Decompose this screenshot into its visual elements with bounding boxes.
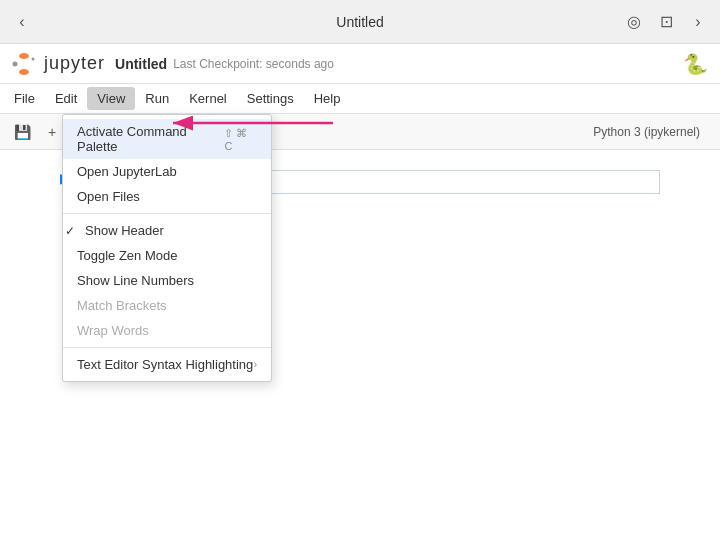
menu-activate-command-palette[interactable]: Activate Command Palette ⇧ ⌘ C	[63, 119, 271, 159]
menu-item-label: Activate Command Palette	[77, 124, 224, 154]
svg-point-3	[32, 57, 35, 60]
menu-view[interactable]: View	[87, 87, 135, 110]
menu-item-label: Open JupyterLab	[77, 164, 177, 179]
menu-open-jupyterlab[interactable]: Open JupyterLab	[63, 159, 271, 184]
menu-item-label: Open Files	[77, 189, 140, 204]
circle-icon[interactable]: ◎	[622, 10, 646, 34]
menu-open-files[interactable]: Open Files	[63, 184, 271, 209]
title-bar-controls: ‹	[0, 10, 34, 34]
menu-kernel[interactable]: Kernel	[179, 87, 237, 110]
back-icon[interactable]: ‹	[10, 10, 34, 34]
menu-show-header[interactable]: ✓ Show Header	[63, 218, 271, 243]
menu-file[interactable]: File	[4, 87, 45, 110]
title-bar: ‹ Untitled ◎ ⊡ ›	[0, 0, 720, 44]
jupyter-bar: jupyter Untitled Last Checkpoint: second…	[0, 44, 720, 84]
svg-point-0	[19, 53, 29, 59]
menu-show-line-numbers[interactable]: Show Line Numbers	[63, 268, 271, 293]
menu-wrap-words: Wrap Words	[63, 318, 271, 343]
title-bar-right-icons: ◎ ⊡ ›	[622, 10, 720, 34]
square-icon[interactable]: ⊡	[654, 10, 678, 34]
jupyter-logo-text: jupyter	[44, 53, 105, 74]
checkmark-icon: ✓	[65, 224, 75, 238]
menu-bar: File Edit View Run Kernel Settings Help	[0, 84, 720, 114]
menu-text-editor-syntax[interactable]: Text Editor Syntax Highlighting ›	[63, 352, 271, 377]
notebook-title[interactable]: Untitled	[115, 56, 167, 72]
menu-item-label: Toggle Zen Mode	[77, 248, 177, 263]
menu-run[interactable]: Run	[135, 87, 179, 110]
view-dropdown-menu: Activate Command Palette ⇧ ⌘ C Open Jupy…	[62, 114, 272, 382]
python-icon: 🐍	[683, 52, 708, 76]
menu-item-shortcut: ⇧ ⌘ C	[224, 127, 257, 152]
jupyter-logo-icon	[10, 50, 38, 78]
menu-item-label: Text Editor Syntax Highlighting	[77, 357, 253, 372]
jupyter-logo: jupyter	[10, 50, 105, 78]
menu-item-label: Match Brackets	[77, 298, 167, 313]
menu-item-label: Show Header	[77, 223, 164, 238]
menu-toggle-zen-mode[interactable]: Toggle Zen Mode	[63, 243, 271, 268]
kernel-indicator: Python 3 (ipykernel)	[593, 125, 700, 139]
menu-item-label: Show Line Numbers	[77, 273, 194, 288]
checkpoint-text: Last Checkpoint: seconds ago	[173, 57, 334, 71]
window-title: Untitled	[336, 14, 383, 30]
separator2	[63, 347, 271, 348]
save-button[interactable]: 💾	[8, 119, 36, 145]
menu-settings[interactable]: Settings	[237, 87, 304, 110]
menu-item-label: Wrap Words	[77, 323, 149, 338]
submenu-arrow-icon: ›	[254, 359, 257, 370]
menu-help[interactable]: Help	[304, 87, 351, 110]
menu-match-brackets: Match Brackets	[63, 293, 271, 318]
forward-icon[interactable]: ›	[686, 10, 710, 34]
svg-point-1	[19, 69, 29, 75]
menu-edit[interactable]: Edit	[45, 87, 87, 110]
svg-point-2	[13, 61, 18, 66]
separator	[63, 213, 271, 214]
